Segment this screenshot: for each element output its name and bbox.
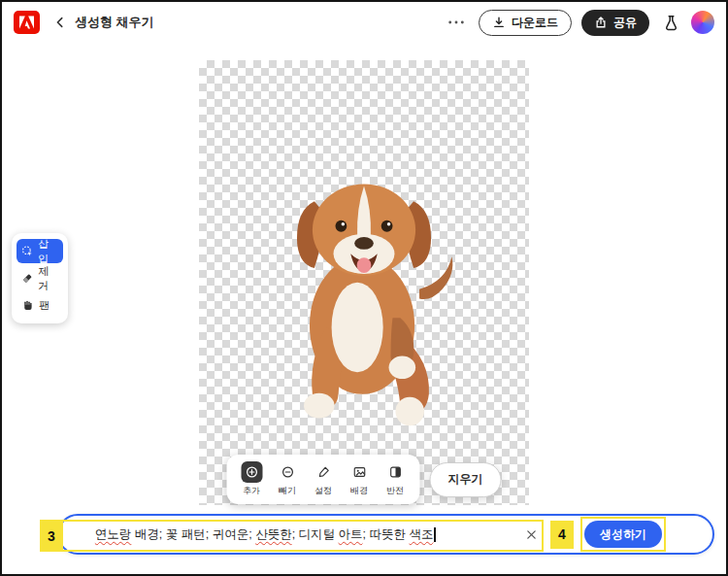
prompt-segment: 산뜻한 (255, 527, 292, 541)
back-button[interactable] (50, 12, 71, 33)
prompt-segment: ; 디지털 (292, 527, 339, 541)
share-label: 공유 (613, 15, 637, 31)
avatar[interactable] (691, 11, 714, 34)
edit-mode-panel: 삽입 제거 팬 (12, 233, 68, 323)
invert-selection-icon (384, 461, 406, 483)
selection-tools-panel: 추가 빼기 설정 (227, 455, 420, 504)
prompt-segment: 배경; 꽃 패턴; 귀여운; (131, 527, 255, 541)
page-title: 생성형 채우기 (75, 14, 154, 31)
toolbar-item-label: 설정 (314, 485, 332, 497)
checkerboard-canvas[interactable] (199, 60, 529, 505)
tool-item-label: 삽입 (38, 237, 58, 266)
adobe-logo[interactable] (14, 11, 40, 34)
toolbar-item-invert[interactable]: 반전 (380, 459, 412, 499)
prompt-segment: 연노랑 (95, 527, 132, 541)
prompt-input[interactable]: 연노랑 배경; 꽃 패턴; 귀여운; 산뜻한; 디지털 아트; 따뜻한 색조 (75, 513, 514, 557)
annotation-step-4: 4 (550, 521, 574, 549)
prompt-bar: 3 연노랑 배경; 꽃 패턴; 귀여운; 산뜻한; 디지털 아트; 따뜻한 색조… (57, 514, 714, 555)
tool-item-remove[interactable]: 제거 (17, 266, 63, 290)
toolbar-item-label: 추가 (243, 485, 260, 497)
prompt-segment: 아트 (339, 527, 363, 541)
toolbar-item-settings[interactable]: 설정 (308, 459, 340, 499)
adobe-logo-icon (19, 16, 34, 29)
prompt-segment: ; 따뜻한 (363, 527, 410, 541)
hand-icon (21, 299, 34, 312)
toolbar-item-label: 빼기 (279, 485, 296, 497)
share-button[interactable]: 공유 (581, 10, 649, 36)
toolbar-item-label: 배경 (350, 485, 368, 497)
share-icon (594, 16, 608, 29)
tool-item-label: 팬 (39, 298, 50, 313)
toolbar-item-background[interactable]: 배경 (344, 459, 376, 499)
beta-flask-button[interactable] (659, 11, 683, 35)
generate-button[interactable]: 생성하기 (584, 521, 662, 548)
eraser-icon (21, 272, 33, 285)
top-bar: 생성형 채우기 다운로드 공유 (2, 2, 726, 43)
more-options-icon (447, 19, 465, 25)
download-icon (492, 16, 506, 29)
brush-settings-icon (313, 461, 334, 483)
clear-button[interactable]: 지우기 (430, 462, 502, 497)
download-label: 다운로드 (512, 15, 558, 31)
prompt-segment: 색조 (409, 527, 433, 541)
toolbar-item-subtract[interactable]: 빼기 (272, 459, 304, 499)
annotation-step-3: 3 (40, 522, 63, 550)
back-chevron-icon (53, 16, 67, 29)
close-icon (526, 529, 537, 540)
tool-item-insert[interactable]: 삽입 (17, 239, 63, 263)
selection-toolbar: 추가 빼기 설정 (227, 455, 502, 504)
clear-prompt-button[interactable] (522, 525, 541, 544)
toolbar-item-label: 반전 (386, 485, 404, 497)
background-image-icon (348, 461, 370, 483)
toolbar-item-add[interactable]: 추가 (236, 459, 268, 499)
add-selection-icon (241, 461, 262, 483)
text-cursor (434, 527, 436, 542)
download-button[interactable]: 다운로드 (479, 10, 572, 36)
flask-icon (663, 15, 679, 31)
tool-item-pan[interactable]: 팬 (17, 293, 63, 318)
more-options-button[interactable] (444, 16, 469, 29)
annotation-highlight-generate: 생성하기 (580, 517, 666, 552)
app-window: 생성형 채우기 다운로드 공유 (0, 0, 728, 576)
subtract-selection-icon (277, 461, 298, 483)
puppy-image (257, 155, 471, 442)
insert-icon (21, 245, 33, 257)
tool-item-label: 제거 (38, 264, 58, 293)
